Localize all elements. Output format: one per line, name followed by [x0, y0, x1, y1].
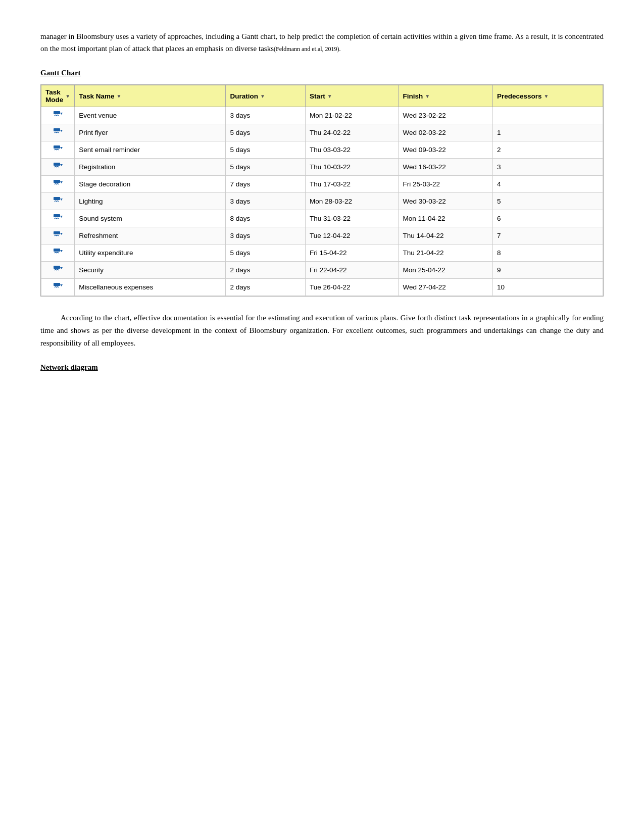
- predecessors-cell: 4: [493, 176, 603, 193]
- finish-cell: Mon 11-04-22: [399, 210, 493, 227]
- svg-marker-1: [60, 113, 63, 115]
- predecessors-cell: 9: [493, 262, 603, 279]
- task-name-cell: Sound system: [75, 210, 226, 227]
- col-header-predecessors[interactable]: Predecessors ▼: [493, 85, 603, 107]
- svg-rect-20: [54, 283, 60, 286]
- duration-cell: 2 days: [226, 279, 306, 296]
- task-name-cell: Print flyer: [75, 124, 226, 141]
- start-dropdown-icon[interactable]: ▼: [327, 93, 332, 99]
- col-header-task-name[interactable]: Task Name ▼: [75, 85, 226, 107]
- duration-dropdown-icon[interactable]: ▼: [260, 93, 265, 99]
- task-name-cell: Security: [75, 262, 226, 279]
- table-row: Stage decoration7 daysThu 17-03-22Fri 25…: [41, 176, 603, 193]
- start-cell: Thu 17-03-22: [306, 176, 399, 193]
- duration-cell: 5 days: [226, 124, 306, 141]
- col-header-task-mode[interactable]: TaskMode ▼: [41, 85, 75, 107]
- task-mode-cell: [41, 244, 75, 262]
- table-row: Print flyer5 daysThu 24-02-22Wed 02-03-2…: [41, 124, 603, 141]
- start-cell: Thu 24-02-22: [306, 124, 399, 141]
- svg-rect-6: [54, 163, 60, 166]
- task-mode-icon: [53, 109, 64, 120]
- col-header-duration[interactable]: Duration ▼: [226, 85, 306, 107]
- finish-cell: Thu 14-04-22: [399, 227, 493, 244]
- start-cell: Fri 15-04-22: [306, 244, 399, 262]
- table-row: Refreshment3 daysTue 12-04-22Thu 14-04-2…: [41, 227, 603, 244]
- gantt-table: TaskMode ▼ Task Name ▼ Duration ▼: [41, 85, 603, 296]
- table-header-row: TaskMode ▼ Task Name ▼ Duration ▼: [41, 85, 603, 107]
- svg-rect-16: [54, 249, 60, 252]
- svg-rect-14: [54, 231, 60, 234]
- task-name-cell: Sent email reminder: [75, 141, 226, 159]
- svg-marker-21: [60, 284, 63, 286]
- task-mode-cell: [41, 193, 75, 210]
- finish-cell: Wed 09-03-22: [399, 141, 493, 159]
- table-row: Lighting3 daysMon 28-03-22Wed 30-03-225: [41, 193, 603, 210]
- col-header-finish[interactable]: Finish ▼: [399, 85, 493, 107]
- task-mode-icon: [53, 178, 64, 189]
- finish-dropdown-icon[interactable]: ▼: [425, 93, 430, 99]
- col-label-start: Start: [310, 92, 325, 100]
- svg-marker-11: [60, 199, 63, 201]
- duration-cell: 2 days: [226, 262, 306, 279]
- start-cell: Tue 12-04-22: [306, 227, 399, 244]
- duration-cell: 5 days: [226, 244, 306, 262]
- task-mode-cell: [41, 124, 75, 141]
- task-name-cell: Miscellaneous expenses: [75, 279, 226, 296]
- col-label-duration: Duration: [230, 92, 258, 100]
- predecessors-cell: 7: [493, 227, 603, 244]
- finish-cell: Wed 02-03-22: [399, 124, 493, 141]
- predecessors-dropdown-icon[interactable]: ▼: [544, 93, 549, 99]
- svg-rect-12: [54, 214, 60, 217]
- start-cell: Thu 10-03-22: [306, 159, 399, 176]
- svg-rect-10: [54, 197, 60, 200]
- finish-cell: Fri 25-03-22: [399, 176, 493, 193]
- duration-cell: 5 days: [226, 141, 306, 159]
- task-mode-cell: [41, 227, 75, 244]
- task-name-cell: Refreshment: [75, 227, 226, 244]
- predecessors-cell: 10: [493, 279, 603, 296]
- task-mode-cell: [41, 107, 75, 124]
- svg-rect-2: [54, 128, 60, 131]
- predecessors-cell: 6: [493, 210, 603, 227]
- svg-marker-13: [60, 216, 63, 218]
- predecessors-cell: 2: [493, 141, 603, 159]
- task-mode-cell: [41, 262, 75, 279]
- task-mode-cell: [41, 176, 75, 193]
- citation: (Feldmann and et.al, 2019).: [274, 45, 341, 53]
- task-mode-icon: [53, 161, 64, 172]
- col-label-finish: Finish: [403, 92, 423, 100]
- task-mode-cell: [41, 159, 75, 176]
- predecessors-cell: 8: [493, 244, 603, 262]
- col-label-predecessors: Predecessors: [497, 92, 542, 100]
- task-mode-icon: [53, 264, 64, 275]
- task-mode-icon: [53, 126, 64, 137]
- start-cell: Mon 21-02-22: [306, 107, 399, 124]
- predecessors-cell: 3: [493, 159, 603, 176]
- svg-marker-5: [60, 147, 63, 149]
- task-name-cell: Event venue: [75, 107, 226, 124]
- finish-cell: Wed 23-02-22: [399, 107, 493, 124]
- task-name-cell: Lighting: [75, 193, 226, 210]
- task-name-dropdown-icon[interactable]: ▼: [116, 93, 121, 99]
- col-label-task-name: Task Name: [79, 92, 114, 100]
- intro-paragraph: manager in Bloomsbury uses a variety of …: [40, 30, 604, 55]
- table-row: Event venue3 daysMon 21-02-22Wed 23-02-2…: [41, 107, 603, 124]
- task-mode-icon: [53, 195, 64, 206]
- duration-cell: 3 days: [226, 227, 306, 244]
- finish-cell: Wed 30-03-22: [399, 193, 493, 210]
- svg-rect-8: [54, 180, 60, 183]
- table-row: Sent email reminder5 daysThu 03-03-22Wed…: [41, 141, 603, 159]
- task-mode-dropdown-icon[interactable]: ▼: [65, 93, 70, 99]
- task-mode-icon: [53, 281, 64, 292]
- predecessors-cell: 5: [493, 193, 603, 210]
- start-cell: Tue 26-04-22: [306, 279, 399, 296]
- svg-marker-15: [60, 233, 63, 235]
- task-mode-cell: [41, 141, 75, 159]
- finish-cell: Wed 27-04-22: [399, 279, 493, 296]
- gantt-table-container: TaskMode ▼ Task Name ▼ Duration ▼: [40, 84, 604, 297]
- task-name-cell: Utility expenditure: [75, 244, 226, 262]
- svg-rect-0: [54, 111, 60, 114]
- svg-rect-4: [54, 145, 60, 149]
- svg-marker-3: [60, 130, 63, 132]
- col-header-start[interactable]: Start ▼: [306, 85, 399, 107]
